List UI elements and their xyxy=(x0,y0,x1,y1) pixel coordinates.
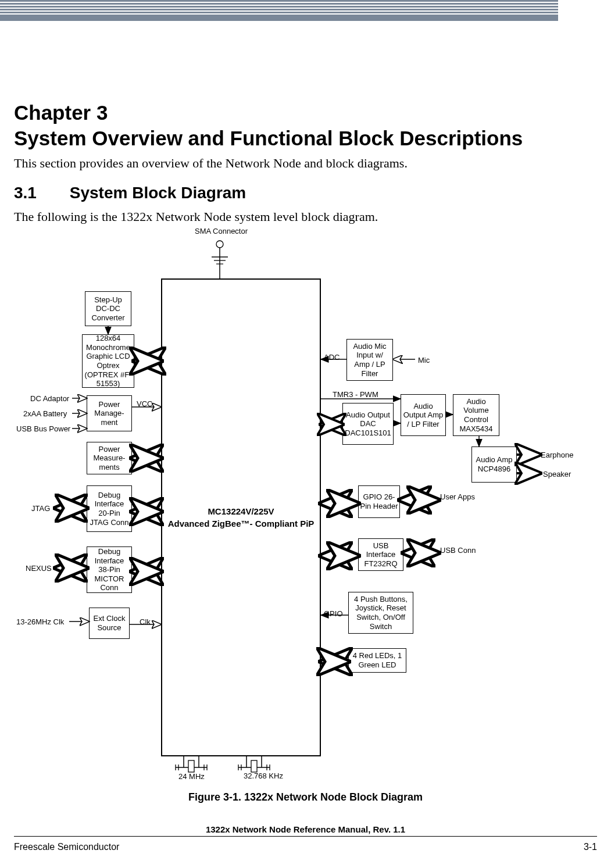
header-stripe-line xyxy=(0,13,558,15)
svg-point-0 xyxy=(216,241,223,248)
diagram-arrows xyxy=(14,231,597,790)
section-body: The following is the 1322x Network Node … xyxy=(14,209,378,224)
chapter-line1: Chapter 3 xyxy=(14,101,108,124)
section-heading: 3.1 System Block Diagram xyxy=(14,184,246,202)
section-number: 3.1 xyxy=(14,184,65,202)
block-diagram: MC13224V/225V Advanced ZigBee™- Complian… xyxy=(14,231,597,790)
footer-left: Freescale Semiconductor xyxy=(14,842,119,852)
svg-rect-37 xyxy=(188,760,194,772)
chapter-title: Chapter 3 System Overview and Functional… xyxy=(14,100,523,151)
header-stripe-line xyxy=(0,2,558,3)
section-title: System Block Diagram xyxy=(70,184,246,202)
header-stripe-line xyxy=(0,8,558,9)
header-stripe-line xyxy=(0,5,558,6)
footer-divider xyxy=(14,836,597,837)
svg-rect-46 xyxy=(251,760,257,772)
header-stripe-line xyxy=(0,10,558,12)
figure-caption: Figure 3-1. 1322x Network Node Block Dia… xyxy=(0,791,611,803)
chapter-line2: System Overview and Functional Block Des… xyxy=(14,127,523,149)
footer-right: 3-1 xyxy=(584,842,597,852)
intro-text: This section provides an overview of the… xyxy=(14,156,408,171)
footer-title: 1322x Network Node Reference Manual, Rev… xyxy=(0,824,611,834)
